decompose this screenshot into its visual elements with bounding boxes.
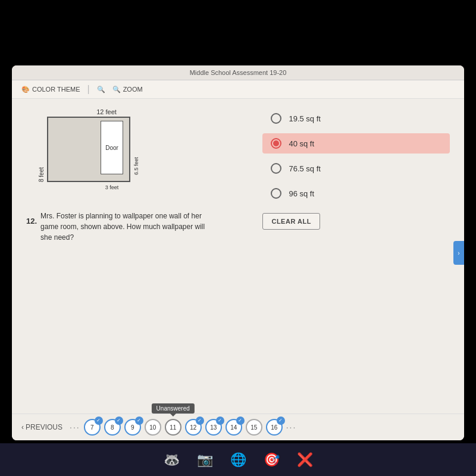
zoom-label: ZOOM — [123, 86, 143, 93]
answer-option-b[interactable]: 40 sq ft — [262, 133, 450, 154]
taskbar-icon-5[interactable]: ❌ — [293, 448, 317, 472]
nav-item-15[interactable]: 15 — [246, 419, 262, 436]
radio-inner-b — [273, 140, 279, 146]
answer-text-c: 76.5 sq ft — [289, 164, 320, 173]
room-diagram: Door 6.5 feet 3 feet — [47, 117, 130, 182]
nav-num-13: 13 — [210, 424, 217, 431]
color-theme-btn[interactable]: 🎨 COLOR THEME — [21, 86, 80, 93]
radio-a — [271, 113, 281, 124]
nav-num-12: 12 — [190, 424, 196, 431]
zoom-in-icon: 🔍 — [112, 86, 121, 93]
zoom-out-icon: 🔍 — [97, 86, 105, 93]
question-text: Mrs. Foster is planning to wallpaper one… — [40, 211, 207, 243]
nav-dots-right: ··· — [286, 422, 297, 432]
door-side-label: 6.5 feet — [133, 121, 139, 175]
top-bar-title: Middle School Assessment 19-20 — [21, 69, 455, 76]
answer-text-a: 19.5 sq ft — [289, 114, 320, 123]
previous-label: PREVIOUS — [26, 423, 62, 431]
top-bar: Middle School Assessment 19-20 — [12, 65, 464, 80]
clear-all-button[interactable]: CLEAR ALL — [262, 213, 320, 230]
taskbar: 🦝 📷 🌐 🎯 ❌ — [0, 443, 476, 476]
nav-num-7: 7 — [90, 424, 94, 431]
bottom-nav: ‹ PREVIOUS ··· 7 8 9 10 Unanswered 11 — [12, 414, 464, 440]
expand-btn[interactable]: › — [453, 241, 464, 265]
nav-num-9: 9 — [131, 424, 134, 431]
zoom-in-btn[interactable]: 🔍 ZOOM — [112, 86, 143, 93]
nav-item-12[interactable]: 12 — [185, 419, 202, 436]
zoom-out-btn[interactable]: 🔍 — [97, 86, 105, 93]
left-section: 12 feet 8 feet Door 6.5 feet 3 feet — [26, 108, 250, 404]
color-theme-label: COLOR THEME — [32, 86, 80, 93]
nav-dots-left: ··· — [70, 422, 80, 432]
diagram-top-label: 12 feet — [56, 108, 157, 115]
answers-section: 19.5 sq ft 40 sq ft 76.5 sq ft 96 sq ft — [262, 108, 450, 404]
nav-num-10: 10 — [149, 424, 156, 431]
door-bottom-label: 3 feet — [101, 184, 123, 190]
nav-item-10[interactable]: 10 — [145, 419, 161, 436]
question-number: 12. — [26, 217, 37, 226]
nav-item-13[interactable]: 13 — [205, 419, 222, 436]
nav-item-8[interactable]: 8 — [104, 419, 121, 436]
answer-option-a[interactable]: 19.5 sq ft — [262, 108, 450, 129]
nav-num-11: 11 — [170, 424, 176, 431]
nav-num-8: 8 — [111, 424, 114, 431]
radio-d — [271, 188, 281, 199]
nav-num-15: 15 — [250, 424, 257, 431]
diagram-container: 12 feet 8 feet Door 6.5 feet 3 feet — [38, 108, 157, 203]
radio-b — [271, 138, 281, 149]
divider: | — [87, 84, 89, 95]
taskbar-icon-1[interactable]: 🦝 — [159, 448, 183, 472]
answer-option-d[interactable]: 96 sq ft — [262, 183, 450, 203]
toolbar: 🎨 COLOR THEME | 🔍 🔍 ZOOM › — [12, 80, 464, 99]
door-label: Door — [105, 145, 118, 151]
nav-item-7[interactable]: 7 — [84, 419, 101, 436]
taskbar-icon-2[interactable]: 📷 — [193, 448, 217, 472]
taskbar-icon-chrome[interactable]: 🌐 — [226, 448, 250, 472]
answer-text-d: 96 sq ft — [289, 189, 314, 198]
main-body: 12 feet 8 feet Door 6.5 feet 3 feet — [12, 99, 464, 414]
nav-num-14: 14 — [230, 424, 237, 431]
diagram-left-label: 8 feet — [38, 117, 45, 182]
chevron-left-icon: ‹ — [21, 423, 24, 431]
nav-item-11[interactable]: Unanswered 11 — [165, 419, 181, 436]
nav-num-16: 16 — [271, 424, 277, 431]
nav-item-9[interactable]: 9 — [124, 419, 141, 436]
previous-button[interactable]: ‹ PREVIOUS — [21, 423, 62, 431]
radio-c — [271, 163, 281, 174]
answer-text-b: 40 sq ft — [289, 139, 314, 148]
taskbar-icon-4[interactable]: 🎯 — [259, 448, 283, 472]
palette-icon: 🎨 — [21, 86, 30, 93]
unanswered-tooltip: Unanswered — [152, 403, 195, 414]
nav-item-14[interactable]: 14 — [226, 419, 242, 436]
nav-item-16[interactable]: 16 — [266, 419, 283, 436]
door-area: Door 6.5 feet 3 feet — [101, 121, 123, 174]
answer-option-c[interactable]: 76.5 sq ft — [262, 158, 450, 178]
